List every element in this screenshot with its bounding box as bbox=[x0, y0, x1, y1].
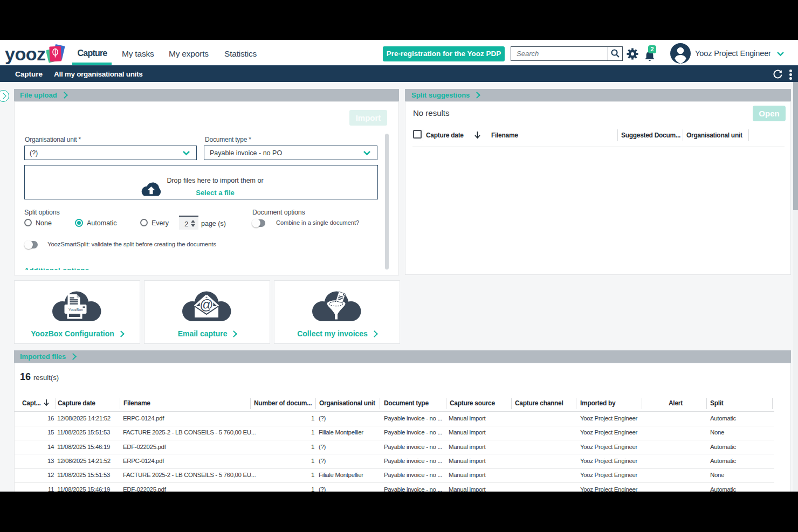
svg-text:YoozBox: YoozBox bbox=[68, 308, 83, 312]
